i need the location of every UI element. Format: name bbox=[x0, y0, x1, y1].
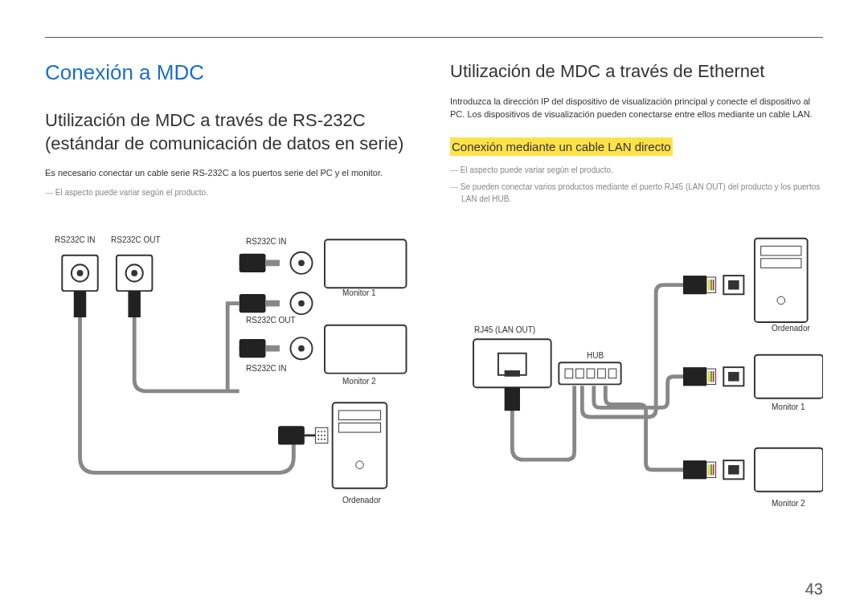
svg-rect-9 bbox=[266, 260, 280, 266]
label-monitor2: Monitor 2 bbox=[342, 377, 376, 386]
label-monitor2-r: Monitor 2 bbox=[772, 499, 805, 508]
label-rs232c-in-b: RS232C IN bbox=[246, 364, 287, 373]
right-column: Utilización de MDC a través de Ethernet … bbox=[450, 60, 823, 531]
svg-point-5 bbox=[131, 270, 137, 276]
svg-rect-70 bbox=[761, 258, 801, 268]
label-monitor1-r: Monitor 1 bbox=[772, 403, 805, 411]
svg-rect-43 bbox=[576, 369, 584, 378]
svg-rect-56 bbox=[708, 371, 710, 382]
ethernet-body: Introduzca la dirección IP del dispositi… bbox=[450, 95, 823, 121]
svg-point-31 bbox=[317, 435, 319, 436]
ethernet-sub-title: Utilización de MDC a través de Ethernet bbox=[450, 60, 823, 84]
svg-rect-72 bbox=[755, 354, 823, 398]
svg-rect-40 bbox=[505, 387, 520, 411]
main-title: Conexión a MDC bbox=[45, 60, 418, 85]
svg-rect-39 bbox=[505, 370, 520, 377]
svg-rect-57 bbox=[710, 371, 712, 382]
svg-rect-23 bbox=[338, 411, 380, 420]
svg-rect-8 bbox=[240, 253, 266, 272]
svg-rect-20 bbox=[325, 239, 407, 288]
svg-point-71 bbox=[777, 296, 785, 304]
svg-point-11 bbox=[298, 260, 305, 266]
svg-rect-21 bbox=[325, 325, 407, 373]
rs232c-diagram: RS232C IN RS232C OUT RS232C IN Monitor 1… bbox=[45, 203, 418, 525]
svg-point-25 bbox=[356, 461, 364, 469]
label-rs232c-in-a: RS232C IN bbox=[246, 237, 287, 246]
svg-rect-17 bbox=[266, 300, 280, 306]
svg-rect-24 bbox=[338, 423, 380, 432]
svg-point-30 bbox=[324, 431, 326, 432]
svg-point-29 bbox=[321, 431, 322, 432]
svg-rect-50 bbox=[710, 279, 712, 290]
ethernet-note1: El aspecto puede variar según el product… bbox=[450, 164, 823, 176]
svg-point-2 bbox=[77, 270, 84, 276]
svg-rect-54 bbox=[683, 367, 706, 386]
svg-rect-16 bbox=[240, 294, 266, 313]
label-hub: HUB bbox=[587, 351, 604, 360]
svg-rect-65 bbox=[713, 464, 714, 476]
svg-rect-26 bbox=[278, 426, 305, 444]
ethernet-diagram: RJ45 (LAN OUT) HUB Ordenador Monitor 1 M… bbox=[450, 210, 823, 531]
svg-rect-69 bbox=[761, 246, 801, 255]
svg-rect-63 bbox=[708, 464, 710, 476]
svg-rect-6 bbox=[74, 291, 86, 317]
svg-point-35 bbox=[321, 438, 322, 439]
svg-rect-61 bbox=[683, 460, 706, 479]
label-rs232c-out-top: RS232C OUT bbox=[111, 235, 161, 244]
svg-point-19 bbox=[298, 300, 305, 306]
svg-point-34 bbox=[317, 438, 319, 439]
ethernet-diagram-svg bbox=[450, 210, 823, 531]
svg-point-33 bbox=[324, 435, 326, 436]
svg-rect-58 bbox=[713, 371, 714, 382]
label-monitor1: Monitor 1 bbox=[342, 288, 376, 297]
rs232c-body: Es necesario conectar un cable serie RS-… bbox=[45, 166, 418, 180]
svg-rect-53 bbox=[728, 280, 739, 289]
svg-rect-12 bbox=[240, 339, 266, 358]
label-rs232c-out-b: RS232C OUT bbox=[246, 316, 296, 325]
svg-point-15 bbox=[298, 345, 305, 351]
svg-rect-49 bbox=[708, 279, 710, 290]
rs232c-sub-title: Utilización de MDC a través de RS-232C (… bbox=[45, 109, 418, 155]
svg-point-28 bbox=[317, 431, 319, 432]
label-ordenador: Ordenador bbox=[342, 496, 381, 505]
lan-heading: Conexión mediante un cable LAN directo bbox=[450, 137, 673, 156]
svg-rect-45 bbox=[598, 369, 606, 378]
svg-rect-47 bbox=[683, 276, 706, 294]
rs232c-note: El aspecto puede variar según el product… bbox=[45, 186, 418, 198]
svg-rect-13 bbox=[266, 345, 280, 351]
svg-point-36 bbox=[324, 438, 326, 439]
svg-rect-44 bbox=[587, 369, 595, 378]
label-ordenador-r: Ordenador bbox=[772, 324, 810, 333]
ethernet-note2: Se pueden conectar varios productos medi… bbox=[450, 181, 823, 205]
label-rj45: RJ45 (LAN OUT) bbox=[474, 325, 535, 334]
svg-rect-42 bbox=[565, 369, 573, 378]
svg-rect-46 bbox=[608, 369, 616, 378]
svg-rect-51 bbox=[713, 279, 714, 290]
svg-rect-64 bbox=[710, 464, 712, 476]
svg-rect-67 bbox=[728, 465, 739, 475]
svg-rect-7 bbox=[128, 291, 140, 317]
svg-rect-60 bbox=[728, 372, 739, 382]
left-column: Conexión a MDC Utilización de MDC a trav… bbox=[45, 60, 418, 531]
svg-rect-73 bbox=[755, 447, 823, 491]
label-rs232c-in-top: RS232C IN bbox=[55, 235, 96, 244]
svg-point-32 bbox=[321, 435, 322, 436]
rs232c-diagram-svg bbox=[45, 203, 418, 525]
page-number: 43 bbox=[805, 580, 823, 599]
page-columns: Conexión a MDC Utilización de MDC a trav… bbox=[45, 37, 823, 531]
